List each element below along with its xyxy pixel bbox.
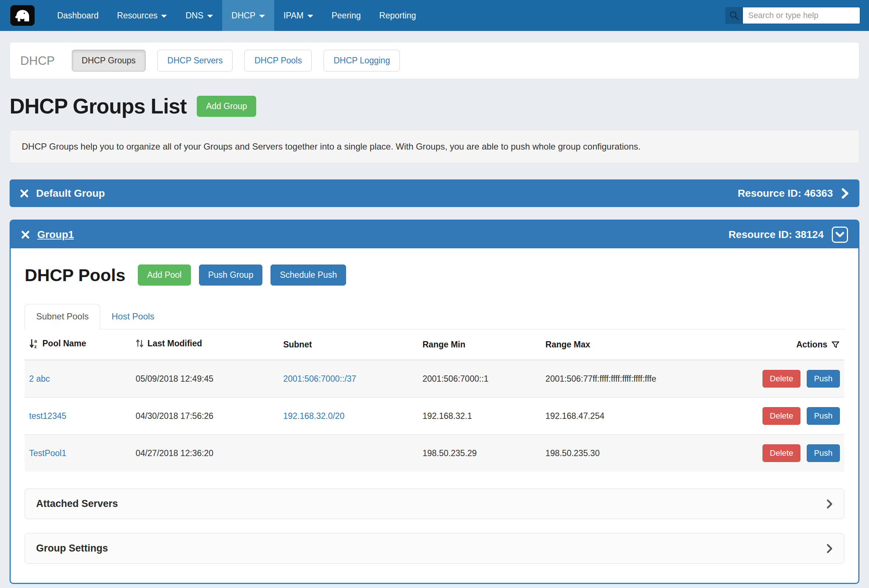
group-name-link[interactable]: Group1 (37, 229, 74, 241)
tab-dhcp-pools[interactable]: DHCP Pools (244, 50, 312, 71)
last-modified-cell: 04/30/2018 17:56:26 (131, 397, 279, 435)
schedule-push-button[interactable]: Schedule Push (270, 265, 346, 286)
pool-name-link[interactable]: test12345 (29, 411, 66, 421)
add-pool-button[interactable]: Add Pool (138, 265, 191, 286)
nav-items: Dashboard Resources DNS DHCP IPAM Peerin… (48, 0, 425, 31)
push-button[interactable]: Push (807, 444, 840, 462)
nav-dns[interactable]: DNS (176, 0, 222, 31)
chevron-right-icon[interactable] (841, 188, 849, 199)
chevron-right-icon (826, 544, 833, 554)
page-title: DHCP Groups List (10, 94, 187, 118)
last-modified-cell: 04/27/2018 12:36:20 (131, 435, 279, 472)
range-max-cell: 192.168.47.254 (541, 397, 746, 435)
page-content: DHCP DHCP Groups DHCP Servers DHCP Pools… (0, 42, 869, 584)
group-name: Default Group (36, 188, 105, 199)
pool-name-link[interactable]: 2 abc (29, 374, 50, 384)
range-max-cell: 2001:506:77ff:ffff:ffff:ffff:ffff:fffe (541, 360, 746, 397)
nav-ipam-label: IPAM (283, 11, 304, 21)
nav-resources-label: Resources (117, 11, 158, 21)
section-label: Group Settings (36, 543, 108, 554)
group-row-group1[interactable]: Group1 Resource ID: 38124 (11, 221, 858, 248)
last-modified-cell: 05/09/2018 12:49:45 (131, 360, 279, 397)
nav-dhcp-label: DHCP (231, 11, 255, 21)
column-label: Range Max (546, 340, 590, 349)
tab-subnet-pools[interactable]: Subnet Pools (25, 304, 100, 329)
delete-button[interactable]: Delete (762, 407, 801, 425)
nav-dashboard-label: Dashboard (57, 11, 99, 21)
collapse-toggle-button[interactable] (832, 227, 848, 243)
table-row: test12345 04/30/2018 17:56:26 192.168.32… (25, 397, 844, 435)
subnet-cell-empty (279, 435, 418, 472)
pools-header: DHCP Pools Add Pool Push Group Schedule … (25, 265, 844, 286)
nav-dhcp[interactable]: DHCP (222, 0, 274, 31)
remove-group-icon[interactable] (21, 230, 30, 239)
range-min-cell: 192.168.32.1 (418, 397, 541, 435)
svg-text:a: a (34, 338, 37, 344)
chevron-right-icon (826, 499, 833, 509)
attached-servers-section[interactable]: Attached Servers (25, 489, 844, 519)
pools-title: DHCP Pools (25, 265, 125, 285)
push-button[interactable]: Push (807, 407, 840, 425)
column-last-modified[interactable]: Last Modified (131, 329, 279, 360)
tab-dhcp-logging[interactable]: DHCP Logging (323, 50, 400, 71)
sort-alpha-icon[interactable]: a z (29, 338, 39, 348)
range-min-cell: 2001:506:7000::1 (418, 360, 541, 397)
group-row-default-group[interactable]: Default Group Resource ID: 46363 (10, 179, 859, 207)
subnet-link[interactable]: 192.168.32.0/20 (283, 411, 344, 421)
description-panel: DHCP Groups help you to organize all of … (10, 130, 859, 163)
top-navbar: Dashboard Resources DNS DHCP IPAM Peerin… (0, 0, 869, 31)
push-button[interactable]: Push (807, 370, 840, 388)
tab-dhcp-groups[interactable]: DHCP Groups (72, 50, 146, 71)
search-icon[interactable] (725, 7, 743, 24)
add-group-button[interactable]: Add Group (197, 96, 256, 117)
subnav-title: DHCP (20, 54, 55, 68)
pool-name-link[interactable]: TestPool1 (29, 448, 66, 458)
group-left: Default Group (20, 188, 105, 199)
delete-button[interactable]: Delete (762, 444, 801, 462)
subnet-pools-table: a z Pool Name (25, 329, 844, 472)
provision-logo[interactable] (10, 5, 35, 26)
column-label: Pool Name (42, 339, 86, 348)
delete-button[interactable]: Delete (762, 370, 801, 388)
column-label: Actions (796, 340, 827, 350)
nav-resources[interactable]: Resources (108, 0, 176, 31)
column-label: Range Min (423, 340, 466, 349)
nav-dns-label: DNS (185, 11, 203, 21)
group-right: Resource ID: 46363 (738, 188, 849, 199)
pool-tabs: Subnet Pools Host Pools (25, 304, 844, 329)
section-label: Attached Servers (36, 498, 118, 510)
remove-group-icon[interactable] (20, 189, 29, 198)
tab-host-pools[interactable]: Host Pools (100, 304, 166, 329)
resource-id-label: Resource ID: 38124 (728, 229, 824, 241)
nav-reporting-label: Reporting (379, 11, 416, 21)
subnet-link[interactable]: 2001:506:7000::/37 (283, 374, 356, 384)
filter-icon[interactable] (831, 340, 840, 349)
column-pool-name[interactable]: a z Pool Name (25, 329, 131, 360)
group-settings-section[interactable]: Group Settings (25, 533, 844, 564)
global-search (725, 7, 860, 24)
group-left: Group1 (21, 229, 74, 241)
column-range-min: Range Min (418, 329, 541, 360)
column-label: Subnet (283, 340, 312, 349)
nav-dashboard[interactable]: Dashboard (48, 0, 108, 31)
push-group-button[interactable]: Push Group (199, 265, 263, 286)
group1-panel-body: DHCP Pools Add Pool Push Group Schedule … (11, 248, 858, 583)
group-right: Resource ID: 38124 (728, 227, 848, 243)
table-header-row: a z Pool Name (25, 329, 844, 360)
search-input[interactable] (743, 7, 860, 24)
dhcp-subnav-card: DHCP DHCP Groups DHCP Servers DHCP Pools… (10, 42, 859, 79)
chevron-down-icon (835, 231, 845, 238)
table-row: TestPool1 04/27/2018 12:36:20 198.50.235… (25, 435, 844, 472)
tab-dhcp-servers[interactable]: DHCP Servers (157, 50, 233, 71)
caret-down-icon (259, 15, 265, 18)
nav-reporting[interactable]: Reporting (370, 0, 425, 31)
table-row: 2 abc 05/09/2018 12:49:45 2001:506:7000:… (25, 360, 844, 397)
range-min-cell: 198.50.235.29 (418, 435, 541, 472)
column-range-max: Range Max (541, 329, 746, 360)
resource-id-label: Resource ID: 46363 (738, 188, 833, 199)
nav-peering[interactable]: Peering (322, 0, 370, 31)
sort-updown-icon[interactable] (136, 339, 144, 348)
nav-ipam[interactable]: IPAM (274, 0, 322, 31)
column-subnet: Subnet (279, 329, 418, 360)
column-label: Last Modified (147, 339, 202, 348)
